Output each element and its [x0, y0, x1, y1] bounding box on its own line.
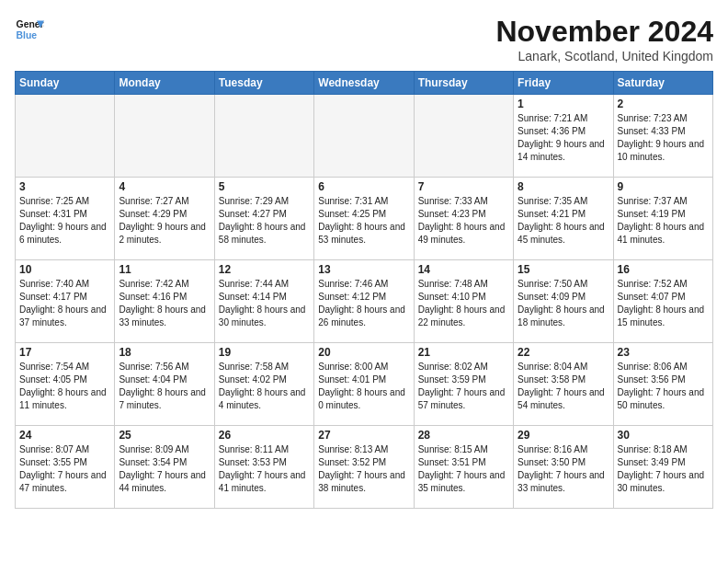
- day-detail: Sunrise: 8:13 AMSunset: 3:52 PMDaylight:…: [318, 443, 409, 495]
- day-cell: 16Sunrise: 7:52 AMSunset: 4:07 PMDayligh…: [613, 260, 712, 343]
- day-number: 26: [219, 429, 310, 442]
- day-detail: Sunrise: 7:50 AMSunset: 4:09 PMDaylight:…: [518, 278, 609, 329]
- day-number: 27: [318, 429, 409, 442]
- day-detail: Sunrise: 8:07 AMSunset: 3:55 PMDaylight:…: [19, 443, 110, 495]
- day-number: 12: [219, 263, 310, 276]
- day-detail: Sunrise: 7:46 AMSunset: 4:12 PMDaylight:…: [318, 278, 409, 329]
- day-number: 6: [318, 180, 409, 193]
- day-detail: Sunrise: 7:27 AMSunset: 4:29 PMDaylight:…: [119, 195, 210, 247]
- day-cell: 7Sunrise: 7:33 AMSunset: 4:23 PMDaylight…: [414, 178, 513, 260]
- day-detail: Sunrise: 7:52 AMSunset: 4:07 PMDaylight:…: [618, 278, 709, 329]
- day-detail: Sunrise: 7:29 AMSunset: 4:27 PMDaylight:…: [219, 195, 310, 247]
- day-number: 11: [119, 263, 210, 276]
- day-cell: 8Sunrise: 7:35 AMSunset: 4:21 PMDaylight…: [514, 178, 613, 260]
- day-detail: Sunrise: 8:11 AMSunset: 3:53 PMDaylight:…: [219, 443, 310, 495]
- day-cell: 1Sunrise: 7:21 AMSunset: 4:36 PMDaylight…: [514, 95, 613, 178]
- day-detail: Sunrise: 8:00 AMSunset: 4:01 PMDaylight:…: [318, 361, 409, 412]
- day-number: 19: [219, 346, 310, 359]
- day-number: 5: [219, 180, 310, 193]
- week-row-3: 10Sunrise: 7:40 AMSunset: 4:17 PMDayligh…: [16, 260, 713, 343]
- day-detail: Sunrise: 8:09 AMSunset: 3:54 PMDaylight:…: [119, 443, 210, 495]
- day-header-sunday: Sunday: [16, 72, 115, 95]
- day-cell: [414, 95, 513, 178]
- day-cell: 28Sunrise: 8:15 AMSunset: 3:51 PMDayligh…: [414, 426, 513, 509]
- day-detail: Sunrise: 7:25 AMSunset: 4:31 PMDaylight:…: [19, 195, 110, 247]
- day-number: 1: [518, 98, 609, 110]
- day-header-wednesday: Wednesday: [314, 72, 414, 95]
- day-detail: Sunrise: 7:56 AMSunset: 4:04 PMDaylight:…: [119, 361, 210, 412]
- day-number: 13: [318, 263, 409, 276]
- day-cell: 17Sunrise: 7:54 AMSunset: 4:05 PMDayligh…: [16, 343, 115, 426]
- day-cell: 23Sunrise: 8:06 AMSunset: 3:56 PMDayligh…: [613, 343, 712, 426]
- page-header: General Blue November 2024 Lanark, Scotl…: [15, 15, 713, 63]
- week-row-4: 17Sunrise: 7:54 AMSunset: 4:05 PMDayligh…: [16, 343, 713, 426]
- day-cell: 10Sunrise: 7:40 AMSunset: 4:17 PMDayligh…: [16, 260, 115, 343]
- logo-icon: General Blue: [15, 15, 44, 44]
- day-cell: 25Sunrise: 8:09 AMSunset: 3:54 PMDayligh…: [115, 426, 214, 509]
- day-detail: Sunrise: 7:37 AMSunset: 4:19 PMDaylight:…: [618, 195, 709, 247]
- day-number: 20: [318, 346, 409, 359]
- day-cell: 22Sunrise: 8:04 AMSunset: 3:58 PMDayligh…: [514, 343, 613, 426]
- week-row-2: 3Sunrise: 7:25 AMSunset: 4:31 PMDaylight…: [16, 178, 713, 260]
- day-detail: Sunrise: 8:18 AMSunset: 3:49 PMDaylight:…: [618, 443, 709, 495]
- header-row: SundayMondayTuesdayWednesdayThursdayFrid…: [16, 72, 713, 95]
- day-cell: 30Sunrise: 8:18 AMSunset: 3:49 PMDayligh…: [613, 426, 712, 509]
- day-number: 2: [618, 98, 709, 110]
- day-cell: 3Sunrise: 7:25 AMSunset: 4:31 PMDaylight…: [16, 178, 115, 260]
- day-detail: Sunrise: 7:23 AMSunset: 4:33 PMDaylight:…: [618, 112, 709, 164]
- day-cell: [16, 95, 115, 178]
- day-header-monday: Monday: [115, 72, 214, 95]
- day-cell: 20Sunrise: 8:00 AMSunset: 4:01 PMDayligh…: [314, 343, 414, 426]
- day-cell: 18Sunrise: 7:56 AMSunset: 4:04 PMDayligh…: [115, 343, 214, 426]
- day-detail: Sunrise: 7:58 AMSunset: 4:02 PMDaylight:…: [219, 361, 310, 412]
- day-detail: Sunrise: 7:48 AMSunset: 4:10 PMDaylight:…: [418, 278, 509, 329]
- day-number: 30: [618, 429, 709, 442]
- day-number: 10: [19, 263, 110, 276]
- day-cell: 29Sunrise: 8:16 AMSunset: 3:50 PMDayligh…: [514, 426, 613, 509]
- day-number: 3: [19, 180, 110, 193]
- day-number: 8: [518, 180, 609, 193]
- day-detail: Sunrise: 8:04 AMSunset: 3:58 PMDaylight:…: [518, 361, 609, 412]
- day-cell: [314, 95, 414, 178]
- month-title: November 2024: [495, 15, 713, 49]
- day-cell: 6Sunrise: 7:31 AMSunset: 4:25 PMDaylight…: [314, 178, 414, 260]
- day-number: 24: [19, 429, 110, 442]
- day-detail: Sunrise: 7:31 AMSunset: 4:25 PMDaylight:…: [318, 195, 409, 247]
- day-detail: Sunrise: 7:44 AMSunset: 4:14 PMDaylight:…: [219, 278, 310, 329]
- title-area: November 2024 Lanark, Scotland, United K…: [495, 15, 713, 63]
- calendar-table: SundayMondayTuesdayWednesdayThursdayFrid…: [15, 71, 713, 509]
- day-number: 18: [119, 346, 210, 359]
- day-number: 4: [119, 180, 210, 193]
- day-header-saturday: Saturday: [613, 72, 712, 95]
- day-cell: 21Sunrise: 8:02 AMSunset: 3:59 PMDayligh…: [414, 343, 513, 426]
- day-cell: 26Sunrise: 8:11 AMSunset: 3:53 PMDayligh…: [214, 426, 313, 509]
- day-number: 23: [618, 346, 709, 359]
- day-detail: Sunrise: 8:06 AMSunset: 3:56 PMDaylight:…: [618, 361, 709, 412]
- day-detail: Sunrise: 8:16 AMSunset: 3:50 PMDaylight:…: [518, 443, 609, 495]
- day-cell: 5Sunrise: 7:29 AMSunset: 4:27 PMDaylight…: [214, 178, 313, 260]
- day-number: 25: [119, 429, 210, 442]
- day-cell: 15Sunrise: 7:50 AMSunset: 4:09 PMDayligh…: [514, 260, 613, 343]
- day-number: 28: [418, 429, 509, 442]
- day-detail: Sunrise: 7:33 AMSunset: 4:23 PMDaylight:…: [418, 195, 509, 247]
- day-cell: 11Sunrise: 7:42 AMSunset: 4:16 PMDayligh…: [115, 260, 214, 343]
- week-row-1: 1Sunrise: 7:21 AMSunset: 4:36 PMDaylight…: [16, 95, 713, 178]
- day-number: 17: [19, 346, 110, 359]
- svg-text:Blue: Blue: [17, 30, 38, 40]
- day-cell: 4Sunrise: 7:27 AMSunset: 4:29 PMDaylight…: [115, 178, 214, 260]
- day-number: 21: [418, 346, 509, 359]
- day-detail: Sunrise: 7:35 AMSunset: 4:21 PMDaylight:…: [518, 195, 609, 247]
- day-detail: Sunrise: 7:21 AMSunset: 4:36 PMDaylight:…: [518, 112, 609, 164]
- day-header-thursday: Thursday: [414, 72, 513, 95]
- location: Lanark, Scotland, United Kingdom: [495, 49, 713, 63]
- day-number: 15: [518, 263, 609, 276]
- day-detail: Sunrise: 8:15 AMSunset: 3:51 PMDaylight:…: [418, 443, 509, 495]
- day-cell: 24Sunrise: 8:07 AMSunset: 3:55 PMDayligh…: [16, 426, 115, 509]
- day-cell: 19Sunrise: 7:58 AMSunset: 4:02 PMDayligh…: [214, 343, 313, 426]
- day-cell: 12Sunrise: 7:44 AMSunset: 4:14 PMDayligh…: [214, 260, 313, 343]
- day-number: 16: [618, 263, 709, 276]
- day-cell: 2Sunrise: 7:23 AMSunset: 4:33 PMDaylight…: [613, 95, 712, 178]
- day-number: 29: [518, 429, 609, 442]
- day-cell: 9Sunrise: 7:37 AMSunset: 4:19 PMDaylight…: [613, 178, 712, 260]
- day-detail: Sunrise: 7:42 AMSunset: 4:16 PMDaylight:…: [119, 278, 210, 329]
